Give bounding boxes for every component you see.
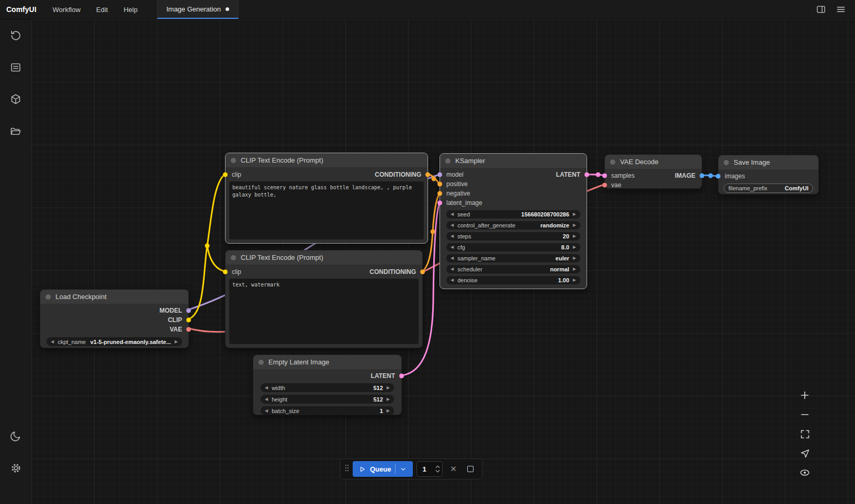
- arrow-right-icon[interactable]: ▶: [175, 340, 178, 344]
- output-port-vae[interactable]: [186, 327, 191, 332]
- node-header[interactable]: CLIP Text Encode (Prompt): [226, 250, 422, 265]
- input-port-clip[interactable]: [223, 173, 228, 177]
- output-port-latent[interactable]: [399, 374, 404, 379]
- arrow-left-icon[interactable]: ◀: [451, 212, 454, 216]
- input-port-clip[interactable]: [223, 270, 228, 274]
- wire-clip-negative[interactable]: [207, 246, 225, 271]
- workflows-folder-icon[interactable]: [8, 124, 23, 139]
- wire-junction-conditioning-negative[interactable]: [431, 230, 435, 234]
- zoom-out-button[interactable]: [798, 408, 811, 421]
- seed-widget[interactable]: ◀ seed 156680208700286 ▶: [446, 210, 580, 219]
- fit-view-button[interactable]: [798, 428, 811, 440]
- settings-gear-icon[interactable]: [8, 461, 23, 475]
- filename-prefix-widget[interactable]: filename_prefix ComfyUI: [724, 184, 813, 193]
- ckpt-name-widget[interactable]: ◀ ckpt_name v1-5-pruned-emaonly.safete..…: [47, 337, 182, 346]
- wire-junction-image[interactable]: [708, 174, 713, 178]
- node-collapse-dot[interactable]: [46, 294, 51, 300]
- output-port-latent[interactable]: [584, 173, 589, 177]
- node-header[interactable]: Load Checkpoint: [40, 290, 188, 304]
- arrow-left-icon[interactable]: ◀: [265, 386, 268, 390]
- arrow-left-icon[interactable]: ◀: [451, 278, 454, 282]
- input-port-negative[interactable]: [437, 191, 442, 196]
- positive-prompt-textarea[interactable]: beautiful scenery nature glass bottle la…: [229, 181, 424, 239]
- node-header[interactable]: VAE Decode: [605, 155, 702, 169]
- wire-junction-conditioning-positive[interactable]: [432, 177, 436, 181]
- input-port-positive[interactable]: [437, 182, 442, 187]
- wire-junction-latent[interactable]: [596, 173, 601, 177]
- pan-mode-button[interactable]: [798, 447, 811, 460]
- scheduler-widget[interactable]: ◀ scheduler normal ▶: [446, 265, 580, 273]
- node-collapse-dot[interactable]: [445, 158, 451, 164]
- model-library-icon[interactable]: [8, 92, 23, 107]
- output-port-model[interactable]: [186, 308, 191, 313]
- workflow-history-icon[interactable]: [8, 28, 23, 43]
- toggle-panel-icon[interactable]: [814, 3, 828, 16]
- queue-button[interactable]: Queue: [353, 461, 413, 477]
- arrow-left-icon[interactable]: ◀: [451, 256, 454, 260]
- node-save-image[interactable]: Save Image images filename_prefix ComfyU…: [718, 155, 819, 194]
- height-widget[interactable]: ◀ height 512 ▶: [261, 395, 394, 404]
- arrow-left-icon[interactable]: ◀: [265, 409, 268, 413]
- arrow-left-icon[interactable]: ◀: [451, 245, 454, 249]
- arrow-right-icon[interactable]: ▶: [387, 397, 390, 402]
- toggle-links-eye-button[interactable]: [798, 466, 811, 479]
- node-empty-latent-image[interactable]: Empty Latent Image LATENT ◀ width 512 ▶ …: [253, 354, 402, 415]
- node-header[interactable]: Save Image: [718, 155, 818, 169]
- arrow-right-icon[interactable]: ▶: [573, 256, 576, 260]
- input-port-model[interactable]: [437, 173, 442, 177]
- node-collapse-dot[interactable]: [724, 160, 729, 165]
- arrow-right-icon[interactable]: ▶: [573, 278, 576, 282]
- menu-help[interactable]: Help: [116, 0, 145, 19]
- wire-junction-clip[interactable]: [205, 244, 210, 248]
- width-widget[interactable]: ◀ width 512 ▶: [261, 383, 394, 392]
- arrow-right-icon[interactable]: ▶: [573, 245, 576, 249]
- arrow-right-icon[interactable]: ▶: [387, 409, 390, 413]
- stop-button[interactable]: [464, 462, 477, 476]
- arrow-right-icon[interactable]: ▶: [573, 212, 576, 216]
- stepper-up-icon[interactable]: [435, 465, 440, 468]
- cancel-run-button[interactable]: ✕: [446, 462, 460, 476]
- hamburger-menu-icon[interactable]: [834, 3, 848, 16]
- node-collapse-dot[interactable]: [258, 360, 264, 365]
- arrow-left-icon[interactable]: ◀: [451, 223, 454, 227]
- output-port-conditioning[interactable]: [425, 173, 430, 177]
- node-ksampler[interactable]: KSampler model LATENT positive negative …: [440, 153, 587, 289]
- toolbar-drag-handle-icon[interactable]: [345, 464, 349, 474]
- menu-workflow[interactable]: Workflow: [45, 0, 88, 19]
- input-port-samples[interactable]: [602, 174, 607, 178]
- node-vae-decode[interactable]: VAE Decode samples IMAGE vae: [604, 154, 702, 189]
- control-after-generate-widget[interactable]: ◀ control_after_generate randomize ▶: [446, 221, 580, 230]
- input-port-latent-image[interactable]: [437, 201, 442, 205]
- arrow-right-icon[interactable]: ▶: [573, 223, 576, 227]
- batch-size-widget[interactable]: ◀ batch_size 1 ▶: [261, 406, 394, 415]
- arrow-left-icon[interactable]: ◀: [265, 397, 268, 402]
- node-header[interactable]: CLIP Text Encode (Prompt): [226, 153, 428, 167]
- input-port-images[interactable]: [716, 174, 721, 179]
- tab-image-generation[interactable]: Image Generation: [157, 0, 239, 19]
- node-load-checkpoint[interactable]: Load Checkpoint MODEL CLIP VAE ◀ ckpt_na…: [40, 289, 189, 348]
- stepper-down-icon[interactable]: [435, 469, 440, 473]
- node-header[interactable]: Empty Latent Image: [253, 355, 401, 369]
- queue-icon[interactable]: [8, 60, 23, 75]
- node-clip-text-encode-negative[interactable]: CLIP Text Encode (Prompt) clip CONDITION…: [225, 250, 423, 348]
- node-collapse-dot[interactable]: [610, 159, 615, 165]
- arrow-left-icon[interactable]: ◀: [51, 340, 54, 344]
- negative-prompt-textarea[interactable]: text, watermark: [229, 279, 419, 344]
- input-port-vae[interactable]: [602, 183, 607, 188]
- steps-widget[interactable]: ◀ steps 20 ▶: [446, 232, 580, 240]
- arrow-right-icon[interactable]: ▶: [573, 267, 576, 271]
- arrow-left-icon[interactable]: ◀: [451, 234, 454, 238]
- output-port-image[interactable]: [700, 174, 704, 178]
- output-port-clip[interactable]: [186, 318, 191, 323]
- denoise-widget[interactable]: ◀ denoise 1.00 ▶: [446, 276, 580, 284]
- node-collapse-dot[interactable]: [231, 158, 236, 163]
- node-header[interactable]: KSampler: [440, 154, 587, 168]
- menu-edit[interactable]: Edit: [88, 0, 116, 19]
- arrow-right-icon[interactable]: ▶: [573, 234, 576, 238]
- node-clip-text-encode-positive[interactable]: CLIP Text Encode (Prompt) clip CONDITION…: [225, 153, 428, 244]
- cfg-widget[interactable]: ◀ cfg 8.0 ▶: [446, 243, 580, 251]
- arrow-right-icon[interactable]: ▶: [387, 386, 390, 390]
- arrow-left-icon[interactable]: ◀: [451, 267, 454, 271]
- sampler-name-widget[interactable]: ◀ sampler_name euler ▶: [446, 254, 580, 262]
- node-collapse-dot[interactable]: [231, 255, 236, 260]
